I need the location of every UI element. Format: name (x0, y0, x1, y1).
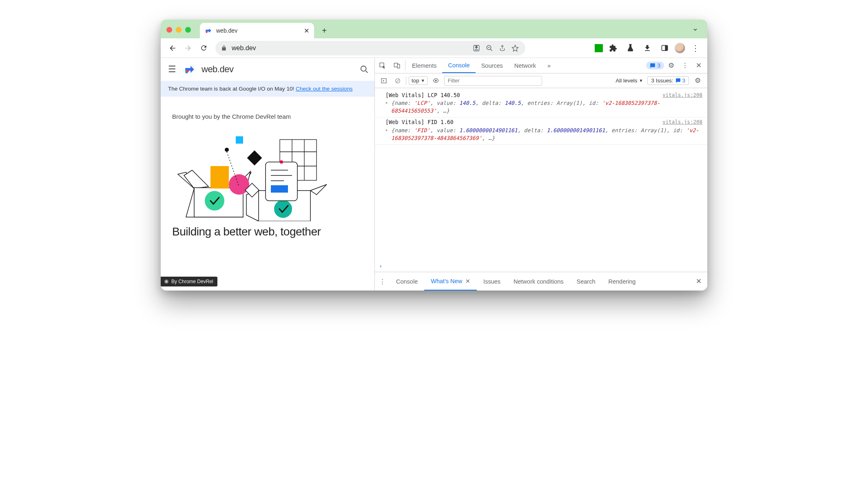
profile-avatar[interactable] (675, 43, 685, 53)
drawer-tab-issues[interactable]: Issues (477, 272, 507, 291)
drawer-tab-network-conditions[interactable]: Network conditions (507, 272, 570, 291)
downloads-icon[interactable] (640, 41, 654, 55)
svg-point-33 (274, 200, 292, 218)
page-subtitle: Brought to you by the Chrome DevRel team (172, 113, 363, 120)
svg-point-9 (361, 66, 366, 71)
url-text: web.dev (232, 44, 468, 52)
issues-button[interactable]: 3 Issues: 3 (647, 76, 689, 85)
drawer-close-icon[interactable]: ✕ (690, 272, 707, 291)
svg-point-0 (206, 31, 208, 33)
site-search-icon[interactable] (360, 65, 369, 74)
live-expression-icon[interactable] (430, 76, 442, 86)
omnibox-actions (473, 44, 522, 52)
devtools-close-icon[interactable]: ✕ (693, 61, 705, 70)
filter-input[interactable] (444, 76, 542, 86)
page-headline: Building a better web, together (172, 225, 363, 238)
svg-rect-34 (266, 162, 297, 201)
tab-elements[interactable]: Elements (406, 58, 442, 73)
close-window-button[interactable] (166, 27, 172, 33)
svg-marker-19 (184, 170, 208, 189)
svg-line-48 (396, 79, 399, 82)
svg-rect-6 (665, 45, 667, 51)
page-body: Brought to you by the Chrome DevRel team (161, 97, 374, 238)
svg-line-10 (366, 71, 368, 73)
context-selector[interactable]: top ▼ (409, 76, 428, 85)
log-source-link[interactable]: vitals.js:208 (662, 91, 702, 99)
console-sidebar-toggle-icon[interactable] (378, 76, 390, 86)
share-icon[interactable] (499, 44, 506, 52)
devtools-panel: Elements Console Sources Network » 3 ⚙ ⋮… (375, 58, 707, 291)
console-output: vitals.js:208[Web Vitals] LCP 140.50{nam… (375, 88, 707, 260)
omnibox[interactable]: web.dev (215, 41, 525, 55)
console-settings-icon[interactable]: ⚙ (691, 76, 704, 85)
site-header: ☰ web.dev (161, 58, 374, 81)
drawer-tab-rendering[interactable]: Rendering (602, 272, 642, 291)
log-object[interactable]: {name: 'FID', value: 1.6000000014901161,… (385, 126, 703, 142)
devtools-drawer: ⋮ Console What's New✕ Issues Network con… (375, 272, 707, 291)
toolbar-right: ⋮ (595, 41, 702, 55)
devrel-badge: By Chrome DevRel (161, 277, 217, 286)
maximize-window-button[interactable] (185, 27, 191, 33)
back-button[interactable] (166, 41, 179, 55)
new-tab-button[interactable]: + (318, 24, 330, 37)
chrome-menu-button[interactable]: ⋮ (689, 41, 702, 55)
svg-rect-28 (247, 151, 262, 166)
svg-rect-27 (236, 136, 243, 144)
tab-strip: web.dev ✕ + ⌄ (161, 20, 707, 38)
drawer-tab-search[interactable]: Search (570, 272, 602, 291)
chrome-logo-icon (164, 279, 169, 284)
extension-green-square[interactable] (595, 44, 603, 52)
reload-button[interactable] (197, 41, 210, 55)
tab-favicon (205, 27, 212, 34)
log-source-link[interactable]: vitals.js:208 (662, 118, 702, 126)
tab-network[interactable]: Network (509, 58, 542, 73)
browser-window: web.dev ✕ + ⌄ web.dev (161, 20, 707, 291)
devtools-settings-icon[interactable]: ⚙ (665, 61, 678, 70)
drawer-tab-whats-new[interactable]: What's New✕ (424, 272, 477, 291)
window-controls (166, 27, 191, 33)
labs-icon[interactable] (623, 41, 637, 55)
site-logo-icon (184, 64, 195, 75)
bookmark-icon[interactable] (512, 44, 519, 52)
console-prompt[interactable]: › (375, 260, 707, 272)
install-icon[interactable] (473, 44, 480, 52)
log-object[interactable]: {name: 'LCP', value: 140.5, delta: 140.5… (385, 99, 703, 115)
console-filter-bar: top ▼ All levels ▼ 3 Issues: 3 ⚙ (375, 73, 707, 88)
forward-button[interactable] (181, 41, 195, 55)
tab-close-button[interactable]: ✕ (304, 27, 309, 35)
tab-sources[interactable]: Sources (476, 58, 509, 73)
device-toolbar-icon[interactable] (390, 58, 404, 73)
svg-point-42 (166, 281, 167, 282)
webpage: ☰ web.dev The Chrome team is back at Goo… (161, 58, 375, 291)
drawer-tab-close-icon[interactable]: ✕ (465, 278, 470, 284)
hero-illustration (172, 127, 363, 221)
tabs-overflow-button[interactable]: ⌄ (689, 22, 702, 34)
log-message: [Web Vitals] LCP 140.50 (385, 91, 703, 99)
browser-tab[interactable]: web.dev ✕ (200, 23, 314, 38)
svg-marker-31 (310, 184, 327, 195)
minimize-window-button[interactable] (176, 27, 182, 33)
inspect-element-icon[interactable] (375, 58, 390, 73)
devtools-menu-icon[interactable]: ⋮ (678, 61, 692, 70)
log-levels-selector[interactable]: All levels ▼ (613, 76, 645, 85)
console-log-row[interactable]: vitals.js:208[Web Vitals] LCP 140.50{nam… (375, 91, 707, 118)
banner-link[interactable]: Check out the sessions (296, 86, 353, 92)
drawer-menu-icon[interactable]: ⋮ (375, 272, 390, 291)
panel-icon[interactable] (658, 41, 671, 55)
svg-point-25 (225, 148, 229, 152)
svg-point-24 (205, 191, 224, 211)
drawer-tab-console[interactable]: Console (390, 272, 424, 291)
svg-point-35 (280, 160, 283, 164)
messages-badge[interactable]: 3 (646, 62, 664, 69)
banner-text: The Chrome team is back at Google I/O on… (168, 86, 296, 92)
svg-rect-45 (397, 64, 400, 68)
clear-console-icon[interactable] (392, 76, 403, 86)
zoom-out-icon[interactable] (486, 44, 493, 52)
tab-console[interactable]: Console (442, 58, 475, 73)
tab-title: web.dev (216, 27, 300, 34)
svg-rect-22 (210, 166, 229, 189)
extensions-icon[interactable] (606, 41, 620, 55)
console-log-row[interactable]: vitals.js:208[Web Vitals] FID 1.60{name:… (375, 118, 707, 144)
hamburger-menu-icon[interactable]: ☰ (166, 64, 178, 75)
tabs-more-icon[interactable]: » (542, 58, 556, 73)
